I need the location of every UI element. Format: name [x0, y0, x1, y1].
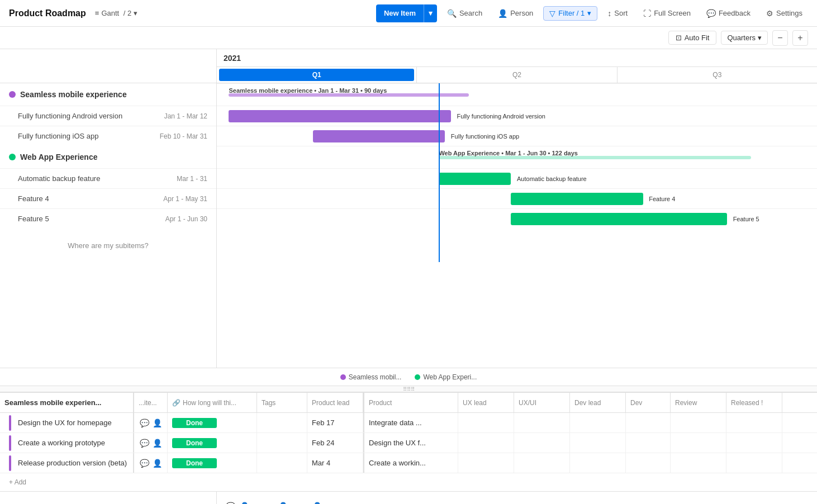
legend-bar: Seamless mobil... Web App Experi...	[0, 368, 817, 386]
person-icon[interactable]: 👤	[240, 502, 249, 505]
toolbar2: ⊡ Auto Fit Quarters ▾ − +	[0, 27, 817, 49]
comment-icon[interactable]: 💬	[226, 502, 235, 505]
autofit-button[interactable]: ⊡ Auto Fit	[668, 31, 717, 45]
person-icon[interactable]: 👤	[153, 459, 162, 468]
q1-active-bar: Q1	[219, 69, 414, 81]
cell-name: Release production version (beta)	[0, 453, 134, 473]
table-wrapper: Seamless mobile experien... ...ite... 🔗 …	[0, 393, 817, 504]
legend-item-web: Web App Experi...	[415, 373, 477, 381]
cell-status[interactable]: Done	[168, 413, 257, 432]
person-icon-2[interactable]: 👤	[278, 502, 288, 505]
person-icon[interactable]: 👤	[153, 419, 162, 427]
fullscreen-icon: ⛶	[643, 9, 651, 18]
left-panel: Seamless mobile experience Fully functio…	[0, 49, 217, 368]
group-dot-web	[9, 154, 16, 160]
filter-button[interactable]: ▽ Filter / 1 ▾	[543, 6, 597, 21]
cell-dev	[626, 413, 671, 432]
link-icon: 🔗	[172, 399, 180, 407]
cell-status[interactable]: Done	[168, 453, 257, 473]
bar-feature5	[511, 213, 727, 225]
task-row: Fully functioning iOS app Feb 10 - Mar 3…	[0, 126, 216, 146]
quarter-q1: Q1	[217, 67, 417, 83]
col-header-product: Product	[363, 393, 458, 412]
new-item-button[interactable]: New Item ▾	[376, 4, 437, 22]
bar-android-label: Fully functioning Android version	[457, 113, 545, 120]
bar-ios-label: Fully functioning iOS app	[451, 133, 519, 140]
col-header-tags: Tags	[257, 393, 307, 412]
new-item-dropdown[interactable]: ▾	[424, 4, 437, 22]
group-header-web[interactable]: Web App Experience	[0, 146, 216, 168]
cell-product-lead: Feb 17	[307, 413, 363, 432]
settings-icon: ⚙	[766, 9, 773, 18]
fullscreen-button[interactable]: ⛶ Full Screen	[638, 7, 696, 20]
navbar: Product Roadmap ≡ Gantt / 2 ▾ New Item ▾…	[0, 0, 817, 27]
gantt-quarters: Q1 Q2 Q3	[217, 67, 817, 83]
drag-handle[interactable]: ⠿⠿⠿	[0, 386, 817, 392]
comment-icon[interactable]: 💬	[140, 439, 149, 448]
subitems-hint: Where are my subitems?	[0, 229, 216, 262]
task-row: Automatic backup feature Mar 1 - 31	[0, 168, 216, 188]
task-row: Feature 4 Apr 1 - May 31	[0, 188, 216, 208]
gantt-icon: ≡	[95, 9, 99, 17]
group-bar-web-label: Web App Experience • Mar 1 - Jun 30 • 12…	[439, 150, 578, 156]
cell-review	[671, 433, 726, 453]
gantt-row-android: Fully functioning Android version	[217, 106, 817, 126]
col-header-released: Released !	[726, 393, 782, 412]
cell-tags	[257, 413, 307, 432]
view-num: / 2	[121, 9, 131, 17]
cell-dev-lead	[570, 413, 626, 432]
legend-dot-mobile	[340, 374, 346, 380]
gantt-group-row-mobile: Seamless mobile experience • Jan 1 - Mar…	[217, 83, 817, 106]
cell-subitems: 💬 👤	[134, 413, 168, 432]
gantt-row-ios: Fully functioning iOS app	[217, 126, 817, 146]
indent-bar	[9, 455, 11, 471]
main-content: Seamless mobile experience Fully functio…	[0, 49, 817, 504]
legend-dot-web	[415, 374, 420, 380]
cell-subitems: 💬 👤	[134, 433, 168, 453]
gantt-empty-area	[217, 229, 817, 262]
group-header-mobile[interactable]: Seamless mobile experience	[0, 83, 216, 106]
gantt-row-feature5: Feature 5	[217, 208, 817, 229]
feedback-button[interactable]: 💬 Feedback	[701, 7, 756, 20]
cell-dev	[626, 433, 671, 453]
view-selector[interactable]: ≡ Gantt / 2 ▾	[91, 7, 142, 20]
table-row: Release production version (beta) 💬 👤 Do…	[0, 453, 817, 473]
cell-name: Create a working prototype	[0, 433, 134, 453]
zoom-in-button[interactable]: +	[792, 30, 808, 46]
cell-product-lead: Mar 4	[307, 453, 363, 473]
table-header: Seamless mobile experien... ...ite... 🔗 …	[0, 393, 817, 413]
view-label: Gantt	[101, 9, 119, 17]
legend-item-mobile: Seamless mobil...	[340, 373, 402, 381]
table-section: Seamless mobile experien... ...ite... 🔗 …	[0, 392, 817, 504]
sort-button[interactable]: ↕ Sort	[602, 7, 633, 20]
zoom-out-button[interactable]: −	[772, 30, 788, 46]
indent-bar	[9, 415, 11, 431]
person-button[interactable]: 👤 Person	[492, 7, 539, 20]
page-title: Product Roadmap	[9, 8, 86, 18]
col-header-product-lead: Product lead	[307, 393, 363, 412]
gantt-year: 2021	[217, 49, 817, 67]
person-icon: 👤	[498, 9, 507, 18]
quarter-selector[interactable]: Quarters ▾	[721, 31, 768, 45]
search-button[interactable]: 🔍 Search	[441, 7, 488, 20]
bar-feature4	[511, 193, 643, 205]
add-row-button[interactable]: + Add	[0, 473, 817, 491]
person-icon-3[interactable]: 👤	[312, 502, 322, 505]
comment-icon[interactable]: 💬	[140, 459, 149, 468]
comment-icon[interactable]: 💬	[140, 419, 149, 427]
table-row: Design the UX for homepage 💬 👤 Done Feb …	[0, 413, 817, 433]
filter-icon: ▽	[549, 9, 555, 18]
cell-product: Create a workin...	[363, 453, 458, 473]
cell-released	[726, 413, 782, 432]
group-dot-mobile	[9, 91, 16, 98]
chevron-down-icon: ▾	[758, 34, 762, 42]
cell-status[interactable]: Done	[168, 433, 257, 453]
cell-product: Design the UX f...	[363, 433, 458, 453]
gantt-row-backup: Automatic backup feature	[217, 168, 817, 188]
cell-ux-lead	[458, 433, 514, 453]
search-icon: 🔍	[447, 9, 457, 18]
bottom-partial-left	[0, 492, 217, 504]
person-icon[interactable]: 👤	[153, 439, 162, 448]
bottom-partial: 💬 👤 👤 👤	[0, 491, 817, 504]
settings-button[interactable]: ⚙ Settings	[761, 7, 808, 20]
